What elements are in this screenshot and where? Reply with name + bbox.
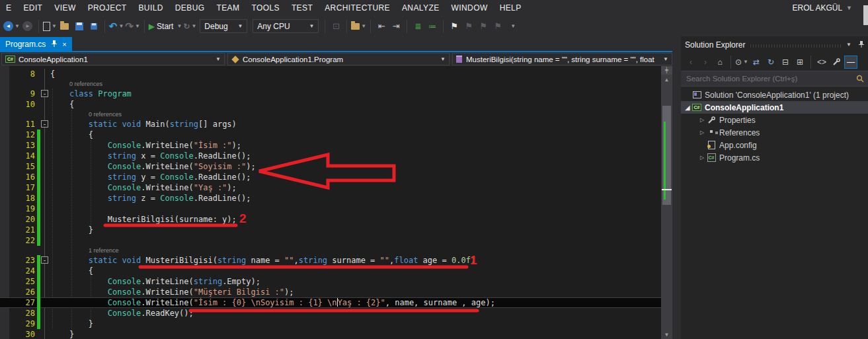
line-number[interactable]: 27 bbox=[0, 297, 35, 308]
collapsed-arrow-icon[interactable]: ▷ bbox=[698, 130, 706, 135]
navigate-fwd-code-button[interactable]: ⇥ bbox=[389, 19, 403, 34]
line-number[interactable]: 29 bbox=[0, 319, 35, 329]
editor-vertical-scrollbar[interactable]: ╪ ▲ ▼ bbox=[661, 66, 672, 339]
menu-item-project[interactable]: PROJECT bbox=[82, 1, 133, 15]
open-file-button[interactable] bbox=[58, 19, 71, 34]
chevron-down-icon[interactable]: ▼ bbox=[846, 5, 852, 11]
line-number[interactable]: 18 bbox=[0, 193, 35, 204]
tree-item-properties[interactable]: ▷Properties bbox=[681, 114, 868, 126]
code-text[interactable]: } bbox=[0, 225, 661, 235]
menu-item-team[interactable]: TEAM bbox=[210, 1, 245, 15]
line-number[interactable]: 21 bbox=[0, 225, 35, 235]
code-text[interactable]: Console.ReadKey(); bbox=[0, 308, 661, 319]
solution-configuration-combo[interactable]: Debug▼ bbox=[200, 19, 247, 33]
menu-item-edit[interactable]: EDIT bbox=[17, 1, 48, 15]
redo-button[interactable]: ↷▼ bbox=[125, 19, 140, 34]
line-number[interactable]: 20 bbox=[0, 214, 35, 225]
line-number[interactable]: 10 bbox=[0, 99, 35, 110]
code-text[interactable]: string y = Console.ReadLine(); bbox=[0, 172, 661, 182]
solution-search-box[interactable] bbox=[681, 71, 868, 87]
previous-bookmark-button[interactable]: ⚑ bbox=[462, 19, 475, 34]
menu-item-view[interactable]: VIEW bbox=[48, 1, 81, 15]
line-number[interactable]: 14 bbox=[0, 151, 35, 161]
line-number[interactable]: 11 bbox=[0, 119, 35, 130]
panel-splitter[interactable] bbox=[672, 36, 681, 339]
member-dropdown[interactable]: MusteriBilgisi(string name = "", string … bbox=[452, 53, 672, 65]
code-text[interactable]: class Program bbox=[0, 89, 661, 99]
scroll-down-arrow[interactable]: ▼ bbox=[661, 330, 672, 339]
codelens-indicator[interactable]: 0 references bbox=[0, 79, 661, 89]
clear-bookmarks-button[interactable]: ⚑ bbox=[491, 19, 504, 34]
preview-selected-items-button[interactable]: — bbox=[844, 56, 857, 69]
menu-item-help[interactable]: HELP bbox=[494, 1, 528, 15]
collapsed-arrow-icon[interactable]: ▷ bbox=[698, 155, 706, 161]
tree-item-program-cs[interactable]: ▷C#Program.cs bbox=[681, 151, 868, 164]
line-number[interactable]: 13 bbox=[0, 140, 35, 151]
user-account-area[interactable]: EROL AKGÜL ▼ bbox=[792, 0, 852, 16]
se-back-button[interactable]: ‹ bbox=[684, 56, 697, 69]
project-dropdown[interactable]: C# ConsoleApplication1 ▼ bbox=[1, 53, 225, 65]
code-text[interactable]: } bbox=[0, 319, 661, 329]
line-number[interactable]: 12 bbox=[0, 130, 35, 140]
menu-item-debug[interactable]: DEBUG bbox=[169, 1, 211, 15]
find-in-files-button[interactable]: ▼ bbox=[351, 19, 366, 34]
menu-item-build[interactable]: BUILD bbox=[132, 1, 169, 15]
save-all-button[interactable] bbox=[87, 19, 100, 34]
new-file-button[interactable]: ▼ bbox=[43, 19, 57, 34]
sync-with-active-document-button[interactable]: ↻ bbox=[764, 56, 777, 69]
menu-item-test[interactable]: TEST bbox=[286, 1, 319, 15]
tree-item-solution-consoleapplication1-1-project[interactable]: Solution 'ConsoleApplication1' (1 projec… bbox=[681, 89, 868, 101]
codelens-indicator[interactable]: 1 reference bbox=[0, 246, 661, 255]
code-text[interactable]: Console.WriteLine(string.Empty); bbox=[0, 276, 661, 287]
toggle-bookmark-button[interactable]: ⚑ bbox=[448, 19, 461, 34]
view-code-button[interactable]: <> bbox=[815, 56, 828, 69]
code-text[interactable]: Console.WriteLine("Müşteri Bilgisi :"); bbox=[0, 287, 661, 297]
start-debug-button[interactable]: ▶ Start ▼ bbox=[149, 19, 182, 34]
navigate-backward-button[interactable]: ◄▼ bbox=[3, 19, 20, 34]
line-number[interactable]: 24 bbox=[0, 266, 35, 276]
undo-button[interactable]: ↶▼ bbox=[109, 19, 124, 34]
line-number[interactable]: 19 bbox=[0, 204, 35, 214]
pending-changes-filter-button[interactable]: ⊙▼ bbox=[735, 56, 748, 69]
line-number[interactable]: 25 bbox=[0, 276, 35, 287]
menu-item-tools[interactable]: TOOLS bbox=[245, 1, 285, 15]
save-button[interactable] bbox=[73, 19, 86, 34]
tree-item-app-config[interactable]: App.config bbox=[681, 139, 868, 151]
tree-item-references[interactable]: ▷References bbox=[681, 126, 868, 139]
code-text[interactable]: Console.WriteLine("Yaş :"); bbox=[0, 182, 661, 193]
code-text[interactable]: static void Main(string[] args) bbox=[0, 119, 661, 130]
search-input[interactable] bbox=[685, 74, 856, 83]
navigate-back-code-button[interactable]: ⇤ bbox=[375, 19, 388, 34]
attach-process-button[interactable]: ⊡ bbox=[329, 19, 342, 34]
code-text[interactable]: MusteriBilgisi(surname: y); bbox=[0, 214, 661, 225]
toolbar-overflow-button[interactable]: ▼ bbox=[506, 19, 519, 34]
scroll-up-arrow[interactable]: ▲ bbox=[661, 75, 672, 84]
menu-item-architecture[interactable]: ARCHITECTURE bbox=[319, 1, 396, 15]
menu-item-window[interactable]: WINDOW bbox=[446, 1, 494, 15]
code-text[interactable]: Console.WriteLine("İsim :"); bbox=[0, 140, 661, 151]
restart-button[interactable]: ↻▼ bbox=[183, 19, 196, 34]
home-button[interactable]: ⌂ bbox=[713, 56, 727, 69]
codelens-indicator[interactable]: 0 references bbox=[0, 110, 661, 119]
pin-icon[interactable] bbox=[51, 40, 57, 49]
code-text[interactable]: string x = Console.ReadLine(); bbox=[0, 151, 661, 161]
switch-views-button[interactable]: ⇄ bbox=[750, 56, 763, 69]
close-icon[interactable]: × bbox=[62, 40, 66, 48]
expanded-arrow-icon[interactable]: ◢ bbox=[684, 104, 691, 111]
pin-icon[interactable] bbox=[858, 40, 864, 50]
solution-platform-combo[interactable]: Any CPU▼ bbox=[253, 19, 319, 33]
code-text[interactable]: { bbox=[0, 266, 661, 276]
line-number[interactable]: 30 bbox=[0, 329, 35, 339]
code-text[interactable]: { bbox=[0, 130, 661, 140]
line-number[interactable]: 16 bbox=[0, 172, 35, 182]
increase-indent-button[interactable]: ≔ bbox=[426, 19, 439, 34]
code-text[interactable]: } bbox=[0, 329, 661, 339]
code-text[interactable]: string z = Console.ReadLine(); bbox=[0, 193, 661, 204]
type-dropdown[interactable]: ConsoleApplication1.Program ▼ bbox=[227, 53, 450, 65]
window-position-chevron-icon[interactable]: ▼ bbox=[846, 42, 851, 48]
next-bookmark-button[interactable]: ⚑ bbox=[477, 19, 490, 34]
code-text[interactable]: Console.WriteLine("Soyisim :"); bbox=[0, 161, 661, 172]
code-text[interactable]: Console.WriteLine("İsim : {0} \nSoyisim … bbox=[0, 297, 661, 308]
menu-item-analyze[interactable]: ANALYZE bbox=[396, 1, 446, 15]
show-all-files-button[interactable]: ⊞ bbox=[793, 56, 807, 69]
